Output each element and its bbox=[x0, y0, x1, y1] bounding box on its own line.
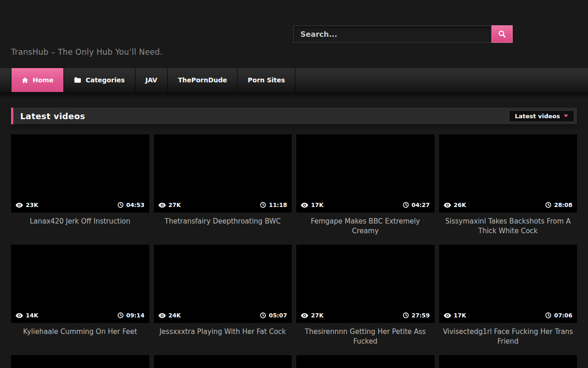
video-thumbnail[interactable] bbox=[439, 355, 577, 368]
clock-icon bbox=[403, 202, 409, 208]
nav-tab-jav[interactable]: JAV bbox=[136, 68, 168, 92]
video-title[interactable]: Vivisectedg1rl Face Fucking Her Trans Fr… bbox=[439, 323, 577, 346]
view-count: 17K bbox=[454, 312, 466, 319]
video-thumbnail[interactable] bbox=[296, 355, 435, 368]
video-meta: 14K 09:14 bbox=[11, 308, 149, 323]
video-grid: 23K 04:53 Lanax420 Jerk Off Instruction bbox=[11, 134, 577, 368]
video-thumbnail[interactable]: 27K 11:18 bbox=[154, 134, 292, 213]
section-header: Latest videos Latest videos bbox=[11, 108, 577, 124]
eye-icon bbox=[444, 202, 451, 208]
magnifier-icon bbox=[498, 30, 506, 38]
video-duration: 11:18 bbox=[269, 201, 287, 208]
section-title: Latest videos bbox=[20, 111, 509, 121]
video-card[interactable]: 17K 07:06 Vivisectedg1rl Face Fucking He… bbox=[439, 245, 577, 355]
video-card[interactable]: 24K 05:07 Jessxxxtra Playing With Her Fa… bbox=[154, 245, 292, 355]
video-card[interactable] bbox=[439, 355, 577, 368]
video-thumbnail[interactable]: 26K 28:08 bbox=[439, 134, 577, 213]
eye-icon bbox=[301, 313, 308, 318]
video-card[interactable]: 23K 04:53 Lanax420 Jerk Off Instruction bbox=[11, 134, 149, 245]
video-title[interactable]: Thetransfairy Deepthroating BWC bbox=[154, 213, 292, 226]
site-tagline: TransHub – The Only Hub You’ll Need. bbox=[11, 47, 163, 57]
video-duration: 09:14 bbox=[126, 312, 145, 319]
video-title[interactable]: Thesirennnn Getting Her Petite Ass Fucke… bbox=[296, 323, 435, 346]
video-meta: 23K 04:53 bbox=[11, 198, 149, 213]
video-title[interactable]: Sissymaxinl Takes Backshots From A Thick… bbox=[439, 213, 577, 236]
video-card[interactable]: 27K 11:18 Thetransfairy Deepthroating BW… bbox=[154, 134, 292, 245]
view-count: 17K bbox=[311, 201, 323, 208]
nav-tab-home[interactable]: Home bbox=[11, 68, 64, 92]
nav-tab-label: ThePornDude bbox=[178, 76, 227, 84]
view-count: 26K bbox=[454, 201, 466, 208]
sort-dropdown[interactable]: Latest videos bbox=[509, 110, 575, 122]
eye-icon bbox=[301, 202, 308, 208]
view-count: 27K bbox=[169, 201, 181, 208]
video-title[interactable]: Femgape Makes BBC Extremely Creamy bbox=[296, 213, 435, 236]
video-duration: 07:06 bbox=[554, 312, 572, 319]
video-meta: 26K 28:08 bbox=[439, 198, 577, 213]
clock-icon bbox=[545, 312, 551, 318]
video-duration: 04:27 bbox=[412, 201, 430, 208]
video-card[interactable] bbox=[154, 355, 292, 368]
video-duration: 04:53 bbox=[126, 201, 145, 208]
video-meta: 17K 07:06 bbox=[439, 308, 577, 323]
video-title[interactable]: Lanax420 Jerk Off Instruction bbox=[11, 213, 149, 226]
nav-tab-categories[interactable]: Categories bbox=[64, 68, 135, 92]
nav-tab-porn-sites[interactable]: Porn Sites bbox=[237, 68, 295, 92]
nav-tab-label: JAV bbox=[146, 76, 158, 84]
eye-icon bbox=[444, 313, 451, 318]
video-thumbnail[interactable] bbox=[154, 355, 292, 368]
nav-tab-label: Categories bbox=[85, 76, 124, 84]
search-button[interactable] bbox=[492, 25, 513, 43]
eye-icon bbox=[16, 313, 23, 318]
video-duration: 28:08 bbox=[554, 201, 572, 208]
search-form bbox=[293, 25, 513, 43]
video-meta: 27K 27:59 bbox=[296, 308, 435, 323]
eye-icon bbox=[158, 202, 166, 208]
caret-down-icon bbox=[564, 115, 568, 117]
clock-icon bbox=[545, 202, 551, 208]
view-count: 23K bbox=[26, 201, 38, 208]
video-duration: 27:59 bbox=[412, 312, 430, 319]
video-card[interactable]: 17K 04:27 Femgape Makes BBC Extremely Cr… bbox=[296, 134, 435, 245]
site-header: TransHub – The Only Hub You’ll Need. bbox=[0, 0, 588, 68]
clock-icon bbox=[260, 202, 266, 208]
nav-tab-label: Porn Sites bbox=[248, 76, 285, 84]
video-meta: 27K 11:18 bbox=[154, 198, 292, 213]
nav-tabs: Home Categories JAV ThePornDude Porn Sit… bbox=[0, 68, 588, 92]
home-icon bbox=[22, 77, 28, 84]
main-nav: Home Categories JAV ThePornDude Porn Sit… bbox=[0, 68, 588, 92]
video-thumbnail[interactable]: 27K 27:59 bbox=[296, 245, 435, 323]
nav-tab-label: Home bbox=[33, 76, 53, 84]
eye-icon bbox=[16, 202, 23, 208]
video-thumbnail[interactable]: 23K 04:53 bbox=[11, 134, 149, 213]
view-count: 27K bbox=[311, 312, 323, 319]
clock-icon bbox=[260, 312, 266, 318]
video-thumbnail[interactable]: 17K 04:27 bbox=[296, 134, 435, 213]
video-card[interactable]: 14K 09:14 Kyliehaale Cumming On Her Feet bbox=[11, 245, 149, 355]
video-meta: 17K 04:27 bbox=[296, 198, 435, 213]
video-card[interactable] bbox=[296, 355, 435, 368]
search-input[interactable] bbox=[293, 25, 492, 43]
video-title[interactable]: Jessxxxtra Playing With Her Fat Cock bbox=[154, 323, 292, 337]
nav-tab-theporndude[interactable]: ThePornDude bbox=[168, 68, 237, 92]
clock-icon bbox=[118, 312, 124, 318]
video-card[interactable] bbox=[11, 355, 149, 368]
main-content: Latest videos Latest videos 23K bbox=[0, 92, 588, 368]
folder-icon bbox=[74, 77, 81, 83]
video-thumbnail[interactable]: 14K 09:14 bbox=[11, 245, 149, 323]
video-meta: 24K 05:07 bbox=[154, 308, 292, 323]
view-count: 24K bbox=[169, 312, 181, 319]
video-thumbnail[interactable]: 17K 07:06 bbox=[439, 245, 577, 323]
view-count: 14K bbox=[26, 312, 38, 319]
video-duration: 05:07 bbox=[269, 312, 287, 319]
video-thumbnail[interactable]: 24K 05:07 bbox=[154, 245, 292, 323]
video-thumbnail[interactable] bbox=[11, 355, 149, 368]
video-card[interactable]: 27K 27:59 Thesirennnn Getting Her Petite… bbox=[296, 245, 435, 355]
video-card[interactable]: 26K 28:08 Sissymaxinl Takes Backshots Fr… bbox=[439, 134, 577, 245]
clock-icon bbox=[118, 202, 124, 208]
video-title[interactable]: Kyliehaale Cumming On Her Feet bbox=[11, 323, 149, 337]
sort-dropdown-label: Latest videos bbox=[515, 113, 560, 120]
clock-icon bbox=[403, 312, 409, 318]
eye-icon bbox=[158, 313, 166, 318]
